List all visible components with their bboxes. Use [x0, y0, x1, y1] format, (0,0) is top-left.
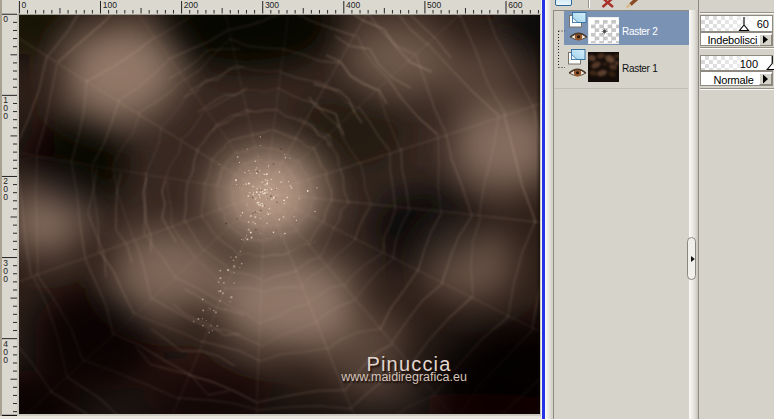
svg-text:500: 500 [427, 0, 441, 10]
svg-text:400: 400 [346, 0, 360, 10]
svg-text:0: 0 [3, 355, 8, 365]
svg-text:600: 600 [508, 0, 522, 10]
svg-text:0: 0 [3, 111, 8, 121]
svg-text:0: 0 [3, 274, 8, 284]
svg-text:0: 0 [22, 0, 27, 10]
svg-text:100: 100 [103, 0, 117, 10]
svg-text:0: 0 [3, 14, 8, 24]
svg-text:0: 0 [3, 192, 8, 202]
svg-text:300: 300 [265, 0, 279, 10]
svg-text:200: 200 [184, 0, 198, 10]
